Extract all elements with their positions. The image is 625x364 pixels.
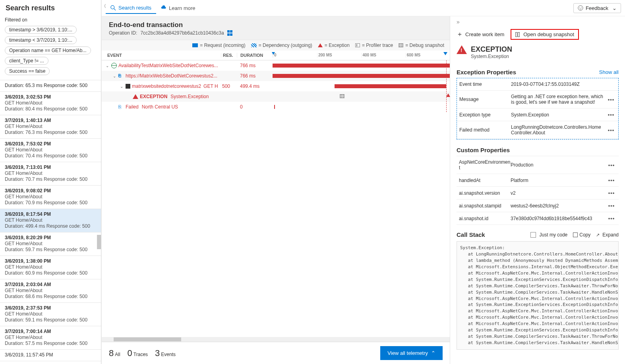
exception-properties-table: Event time2019-03-07T04:17:55.0103149ZMe… <box>457 78 619 139</box>
col-timeline: 0 200 MS 400 MS 600 MS <box>273 53 450 58</box>
expand-panel-icon[interactable]: » <box>457 16 619 27</box>
property-row: Exception typeSystem.Exception••• <box>457 108 618 121</box>
chevron-down-icon[interactable]: ⌄ <box>120 84 125 89</box>
event-row[interactable]: ⌄⎘https://MatrixWebSiteDotNetCorewestus2… <box>102 71 450 81</box>
result-item[interactable]: 3/6/2019, 8:20:29 PMGET Home/AboutDurati… <box>0 232 101 256</box>
view-all-telemetry-button[interactable]: View all telemetry ⌃ <box>380 346 443 360</box>
more-icon[interactable]: ••• <box>607 203 616 209</box>
event-row[interactable]: ⌄AvailabilityTestMatrixWebSiteDotNetCore… <box>102 60 450 71</box>
col-event[interactable]: EVENT <box>102 53 221 58</box>
grid-icon[interactable] <box>227 30 233 36</box>
feedback-button[interactable]: Feedback ⌄ <box>573 3 621 13</box>
smile-icon <box>578 5 583 11</box>
tab-search-results[interactable]: Search results <box>106 2 156 14</box>
details-panel: » ＋ Create work item Open debug snapshot… <box>450 16 625 364</box>
tab-label: Learn more <box>169 5 195 11</box>
main-area: Search results Learn more Feedback ⌄ End… <box>101 0 625 364</box>
filter-pill[interactable]: client_Type != ... <box>5 57 48 65</box>
tab-label: Search results <box>118 5 151 11</box>
collapse-sidebar-icon[interactable]: 《 <box>102 3 106 9</box>
event-table: EVENT RES. DURATION 0 200 MS 400 MS 600 … <box>102 50 450 342</box>
result-item[interactable]: 3/6/2019, 7:13:01 PMGET Home/AboutDurati… <box>0 162 101 186</box>
more-icon[interactable]: ••• <box>607 215 616 221</box>
chevron-down-icon[interactable]: ⌄ <box>113 74 118 78</box>
open-debug-snapshot-button[interactable]: Open debug snapshot <box>511 29 579 40</box>
tab-learn-more[interactable]: Learn more <box>156 3 200 14</box>
exception-swatch-icon <box>318 43 323 47</box>
event-row[interactable]: ⎘FailedNorth Central US 0 <box>102 102 450 112</box>
operation-id-label: Operation ID: <box>109 30 137 36</box>
custom-properties-table: AspNetCoreEnvironmentProduction•••handle… <box>457 156 619 225</box>
count-all-num: 8 <box>109 348 114 358</box>
more-icon[interactable]: ••• <box>606 127 616 133</box>
event-table-header: EVENT RES. DURATION 0 200 MS 400 MS 600 … <box>102 50 450 60</box>
col-res[interactable]: RES. <box>221 53 237 58</box>
filter-pill[interactable]: Success == false <box>5 67 50 75</box>
result-item[interactable]: 3/6/2019, 3:02:53 PMGET Home/AboutDurati… <box>0 92 101 115</box>
just-my-code-checkbox[interactable]: Just my code <box>530 232 568 238</box>
callstack-title: Call Stack <box>457 231 485 238</box>
event-row[interactable]: EXCEPTIONSystem.Exception <box>102 91 450 102</box>
snapshot-marker-icon[interactable] <box>340 94 344 98</box>
filter-bar: Filtered on timestamp > 3/6/2019, 1:10:.… <box>0 15 101 80</box>
legend: = Request (incoming) = Dependency (outgo… <box>102 40 450 50</box>
show-all-link[interactable]: Show all <box>599 69 619 75</box>
count-events-num: 3 <box>155 348 160 358</box>
scrollbar-thumb[interactable] <box>97 235 101 249</box>
transaction-title: End-to-end transaction <box>109 21 443 29</box>
result-item[interactable]: 3/6/2019, 11:57:45 PM <box>0 350 101 361</box>
result-item[interactable]: 3/6/2019, 2:37:53 PMGET Home/AboutDurati… <box>0 303 101 326</box>
result-item[interactable]: 3/6/2019, 7:53:02 PMGET Home/AboutDurati… <box>0 139 101 162</box>
plus-icon: ＋ <box>457 30 463 39</box>
filter-pill[interactable]: timestamp < 3/7/2019, 1:10:... <box>5 36 77 44</box>
callstack-content[interactable]: System.Exception: at LongRunningDotnetco… <box>457 241 619 350</box>
svg-line-1 <box>114 8 116 10</box>
result-item[interactable]: 3/6/2019, 1:38:00 PMGET Home/AboutDurati… <box>0 256 101 279</box>
more-icon[interactable]: ••• <box>606 97 616 103</box>
result-item[interactable]: 3/7/2019, 7:00:14 AMGET Home/AboutDurati… <box>0 326 101 350</box>
start-marker-icon[interactable] <box>272 52 275 55</box>
svg-point-0 <box>111 5 114 9</box>
svg-point-2 <box>578 6 583 10</box>
exception-triangle-icon <box>457 45 467 54</box>
http-icon: ⎘ <box>118 73 124 79</box>
result-item[interactable]: 3/7/2019, 1:40:13 AMGET Home/AboutDurati… <box>0 115 101 139</box>
result-item[interactable]: 3/7/2019, 2:03:04 AMGET Home/AboutDurati… <box>0 279 101 303</box>
results-list[interactable]: Duration: 65.3 ms Response code: 5003/6/… <box>0 80 101 364</box>
exception-icon <box>133 94 138 99</box>
expand-button[interactable]: Expand <box>596 232 619 238</box>
dependency-swatch-icon <box>251 43 257 47</box>
result-item[interactable]: Duration: 65.3 ms Response code: 500 <box>0 80 101 92</box>
copy-button[interactable]: Copy <box>573 232 590 238</box>
expand-icon <box>596 232 601 237</box>
event-row[interactable]: ⌄matrixwebsitedotnetcorewestus2GET H 500… <box>102 81 450 91</box>
col-duration[interactable]: DURATION <box>237 53 273 58</box>
chevron-down-icon[interactable]: ⌄ <box>106 64 110 68</box>
horizontal-scrollbar[interactable] <box>102 337 450 342</box>
bottom-summary-bar: 8All 0Traces 3Events View all telemetry … <box>102 342 450 364</box>
cloud-icon <box>161 5 166 11</box>
filtered-on-label: Filtered on <box>5 17 27 23</box>
exception-props-title: Exception Properties <box>457 69 516 76</box>
more-icon[interactable]: ••• <box>606 112 616 118</box>
result-item[interactable]: 3/6/2019, 9:08:02 PMGET Home/AboutDurati… <box>0 186 101 209</box>
property-row: MessageGetting an .NET core exception he… <box>457 91 618 108</box>
filter-pill[interactable]: timestamp > 3/6/2019, 1:10:... <box>5 26 77 34</box>
svg-point-3 <box>579 7 580 8</box>
operation-id-value: 7cc2bc38a4d84297bb6a21cb10436c3a <box>140 30 224 36</box>
property-row: handledAtPlatform••• <box>457 174 619 187</box>
server-icon <box>126 84 130 89</box>
profiler-swatch-icon <box>355 43 360 47</box>
exception-subtitle: System.Exception <box>471 54 512 59</box>
more-icon[interactable]: ••• <box>607 162 616 168</box>
more-icon[interactable]: ••• <box>607 190 616 196</box>
search-icon <box>110 5 116 11</box>
chevron-up-icon: ⌃ <box>431 350 435 356</box>
filter-pill[interactable]: Operation name == GET Home/Ab... <box>5 46 91 54</box>
property-row: AspNetCoreEnvironmentProduction••• <box>457 156 619 174</box>
more-icon[interactable]: ••• <box>607 177 616 183</box>
checkbox-icon <box>530 232 536 238</box>
create-work-item-button[interactable]: ＋ Create work item <box>457 30 504 39</box>
end-marker-icon[interactable] <box>443 52 447 55</box>
result-item[interactable]: 3/6/2019, 8:17:54 PMGET Home/AboutDurati… <box>0 209 101 232</box>
